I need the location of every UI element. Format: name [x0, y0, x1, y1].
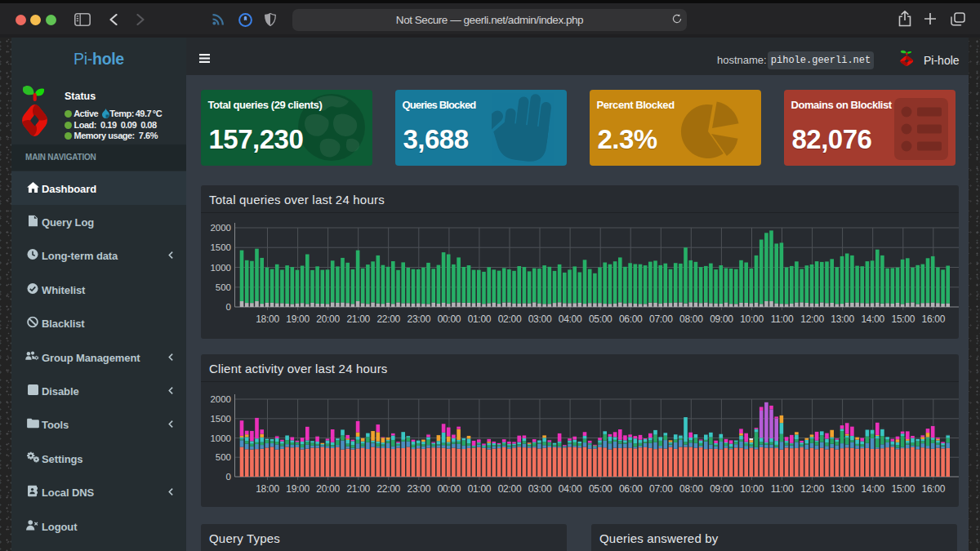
svg-text:08:00: 08:00 [679, 313, 703, 325]
svg-text:0: 0 [226, 302, 231, 312]
svg-text:16:00: 16:00 [922, 313, 946, 325]
svg-text:1500: 1500 [210, 414, 231, 424]
svg-text:14:00: 14:00 [861, 313, 884, 325]
svg-text:02:00: 02:00 [498, 313, 522, 325]
svg-text:12:00: 12:00 [800, 483, 824, 495]
svg-text:01:00: 01:00 [468, 313, 492, 325]
svg-text:07:00: 07:00 [649, 483, 673, 495]
svg-text:12:00: 12:00 [800, 313, 824, 325]
svg-text:00:00: 00:00 [438, 483, 461, 495]
svg-text:1500: 1500 [210, 242, 231, 252]
svg-text:18:00: 18:00 [256, 313, 279, 325]
svg-text:01:00: 01:00 [468, 483, 492, 495]
svg-text:15:00: 15:00 [892, 483, 915, 495]
svg-text:21:00: 21:00 [346, 483, 370, 495]
svg-text:03:00: 03:00 [528, 483, 552, 495]
svg-text:23:00: 23:00 [408, 313, 431, 325]
svg-text:11:00: 11:00 [771, 313, 794, 325]
svg-text:23:00: 23:00 [408, 483, 431, 495]
svg-text:05:00: 05:00 [589, 313, 612, 325]
svg-text:1000: 1000 [210, 263, 231, 273]
svg-text:15:00: 15:00 [892, 313, 915, 325]
svg-text:10:00: 10:00 [740, 483, 764, 495]
svg-text:06:00: 06:00 [619, 313, 643, 325]
svg-text:18:00: 18:00 [256, 483, 279, 495]
svg-text:500: 500 [216, 282, 231, 292]
svg-text:04:00: 04:00 [559, 313, 582, 325]
svg-text:11:00: 11:00 [771, 483, 794, 495]
svg-text:06:00: 06:00 [619, 483, 643, 495]
svg-text:19:00: 19:00 [286, 483, 310, 495]
svg-text:2000: 2000 [210, 394, 231, 404]
svg-text:00:00: 00:00 [438, 313, 461, 325]
svg-text:14:00: 14:00 [861, 483, 884, 495]
svg-text:22:00: 22:00 [376, 313, 400, 325]
svg-text:02:00: 02:00 [498, 483, 522, 495]
svg-text:1000: 1000 [210, 433, 231, 443]
svg-text:2000: 2000 [210, 223, 231, 233]
svg-text:09:00: 09:00 [710, 483, 733, 495]
svg-text:20:00: 20:00 [316, 313, 340, 325]
svg-text:19:00: 19:00 [286, 313, 310, 325]
svg-text:10:00: 10:00 [740, 313, 764, 325]
svg-text:08:00: 08:00 [679, 483, 703, 495]
svg-text:04:00: 04:00 [559, 483, 582, 495]
svg-text:22:00: 22:00 [376, 483, 400, 495]
svg-text:07:00: 07:00 [649, 313, 673, 325]
svg-text:03:00: 03:00 [528, 313, 552, 325]
svg-text:13:00: 13:00 [831, 483, 854, 495]
svg-text:16:00: 16:00 [922, 483, 946, 495]
svg-text:21:00: 21:00 [346, 313, 370, 325]
svg-text:500: 500 [216, 452, 231, 462]
svg-text:0: 0 [226, 472, 231, 482]
svg-text:05:00: 05:00 [589, 483, 612, 495]
svg-text:20:00: 20:00 [316, 483, 340, 495]
svg-text:13:00: 13:00 [831, 313, 854, 325]
svg-text:09:00: 09:00 [710, 313, 733, 325]
